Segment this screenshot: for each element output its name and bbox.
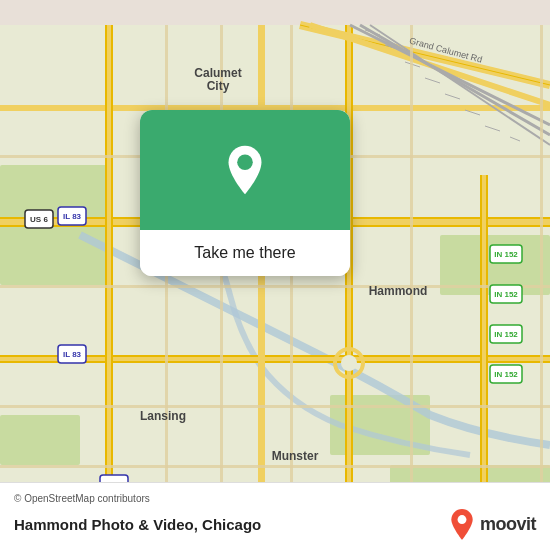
svg-rect-22 bbox=[486, 175, 488, 525]
svg-text:IL 83: IL 83 bbox=[63, 350, 82, 359]
svg-text:IN 152: IN 152 bbox=[494, 290, 518, 299]
svg-rect-38 bbox=[0, 405, 550, 408]
map-container: IL 83 IL 83 IL 83 US 6 IN 152 IN 152 IN … bbox=[0, 0, 550, 550]
svg-text:Calumet: Calumet bbox=[194, 66, 241, 80]
map-attribution: © OpenStreetMap contributors bbox=[14, 493, 536, 504]
svg-text:Munster: Munster bbox=[272, 449, 319, 463]
svg-text:Lansing: Lansing bbox=[140, 409, 186, 423]
svg-point-47 bbox=[341, 355, 357, 371]
moovit-pin-icon bbox=[448, 508, 476, 540]
svg-rect-4 bbox=[0, 415, 80, 465]
svg-text:IN 152: IN 152 bbox=[494, 330, 518, 339]
svg-point-70 bbox=[237, 154, 253, 170]
svg-point-71 bbox=[458, 515, 467, 524]
svg-rect-44 bbox=[410, 25, 413, 525]
place-name: Hammond Photo & Video, Chicago bbox=[14, 516, 261, 533]
bottom-bar: © OpenStreetMap contributors Hammond Pho… bbox=[0, 482, 550, 550]
moovit-logo: moovit bbox=[448, 508, 536, 540]
svg-text:IN 152: IN 152 bbox=[494, 370, 518, 379]
moovit-brand-text: moovit bbox=[480, 514, 536, 535]
svg-rect-14 bbox=[105, 25, 107, 525]
bottom-row: Hammond Photo & Video, Chicago moovit bbox=[14, 508, 536, 540]
svg-rect-18 bbox=[345, 25, 347, 525]
popup-green-area bbox=[140, 110, 350, 230]
location-pin-icon bbox=[219, 144, 271, 196]
svg-rect-15 bbox=[111, 25, 113, 525]
svg-rect-45 bbox=[540, 25, 543, 525]
svg-text:US 6: US 6 bbox=[30, 215, 48, 224]
svg-rect-37 bbox=[0, 285, 550, 288]
svg-rect-19 bbox=[351, 25, 353, 525]
take-me-there-button[interactable]: Take me there bbox=[140, 230, 350, 276]
svg-rect-39 bbox=[0, 465, 550, 468]
svg-text:City: City bbox=[207, 79, 230, 93]
popup-card: Take me there bbox=[140, 110, 350, 276]
svg-text:IN 152: IN 152 bbox=[494, 250, 518, 259]
svg-text:IL 83: IL 83 bbox=[63, 212, 82, 221]
svg-text:Hammond: Hammond bbox=[369, 284, 428, 298]
svg-rect-21 bbox=[480, 175, 482, 525]
